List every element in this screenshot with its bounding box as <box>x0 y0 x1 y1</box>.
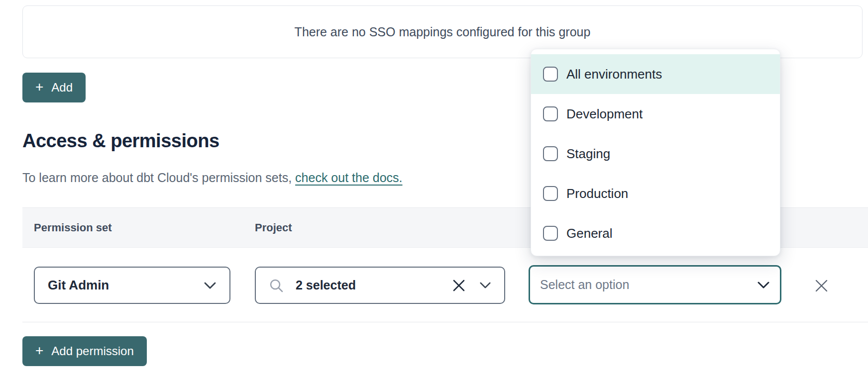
checkbox-unchecked[interactable] <box>543 186 558 201</box>
checkbox-unchecked[interactable] <box>543 106 558 121</box>
column-header-permission-set: Permission set <box>34 208 112 247</box>
dropdown-option-label: Staging <box>566 146 610 162</box>
permission-set-value: Git Admin <box>48 278 109 293</box>
table-row-divider <box>22 322 868 322</box>
sso-empty-message: There are no SSO mappings configured for… <box>295 25 591 39</box>
column-header-project: Project <box>255 208 292 247</box>
chevron-down-icon <box>479 282 491 289</box>
checkbox-unchecked[interactable] <box>543 67 558 82</box>
add-permission-label: Add permission <box>51 344 133 358</box>
project-multiselect[interactable]: 2 selected <box>255 267 505 304</box>
close-icon <box>815 279 828 292</box>
environment-placeholder: Select an option <box>540 278 629 292</box>
chevron-down-icon <box>757 281 770 289</box>
environment-select[interactable]: Select an option <box>529 265 781 304</box>
environment-dropdown-menu: All environments Development Staging Pro… <box>531 49 780 256</box>
chevron-down-icon <box>204 282 217 289</box>
dropdown-option-label: All environments <box>566 67 662 82</box>
search-icon <box>269 278 284 293</box>
docs-text-prefix: To learn more about dbt Cloud's permissi… <box>22 171 295 185</box>
dropdown-option-development[interactable]: Development <box>531 94 780 134</box>
dropdown-option-staging[interactable]: Staging <box>531 134 780 174</box>
docs-helper-text: To learn more about dbt Cloud's permissi… <box>22 171 403 185</box>
checkbox-unchecked[interactable] <box>543 226 558 241</box>
plus-icon: + <box>35 344 43 358</box>
add-permission-button[interactable]: + Add permission <box>22 336 147 366</box>
dropdown-option-label: General <box>566 226 613 241</box>
dropdown-option-label: Development <box>566 106 643 122</box>
add-sso-mapping-button[interactable]: + Add <box>22 73 86 102</box>
remove-permission-row-button[interactable] <box>813 277 830 294</box>
dropdown-option-all-environments[interactable]: All environments <box>531 54 780 94</box>
add-button-label: Add <box>51 81 73 95</box>
page-title: Access & permissions <box>22 130 219 152</box>
group-settings-page: There are no SSO mappings configured for… <box>0 0 868 384</box>
dropdown-option-general[interactable]: General <box>531 213 780 253</box>
docs-link[interactable]: check out the docs. <box>295 171 402 185</box>
checkbox-unchecked[interactable] <box>543 146 558 161</box>
permission-set-select[interactable]: Git Admin <box>34 267 230 304</box>
dropdown-option-label: Production <box>566 186 628 201</box>
project-selected-count: 2 selected <box>296 278 356 292</box>
clear-selection-icon[interactable] <box>452 279 465 292</box>
plus-icon: + <box>35 80 43 94</box>
dropdown-option-production[interactable]: Production <box>531 174 780 213</box>
